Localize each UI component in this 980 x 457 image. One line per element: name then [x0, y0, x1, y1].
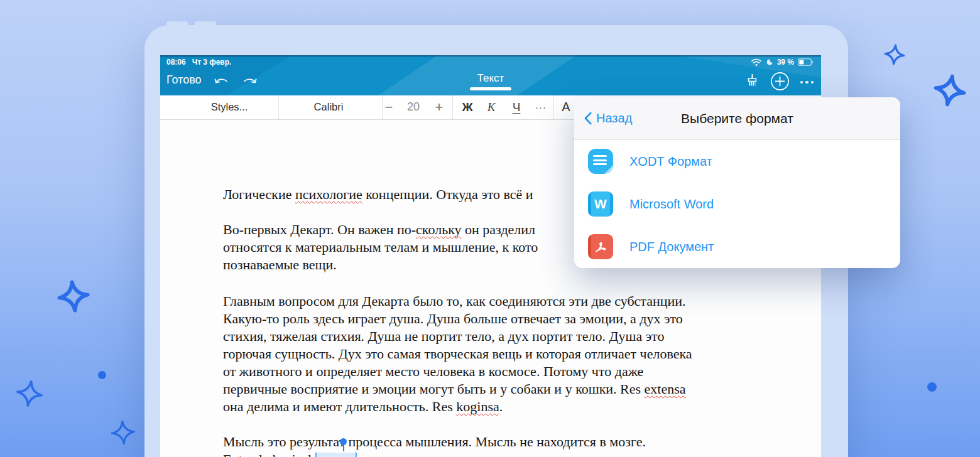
document-line[interactable]: Логические психологие концепции. Откуда … — [223, 186, 533, 203]
dot-decoration — [927, 382, 937, 392]
document-line[interactable]: Мысль это результат процесса мышления. М… — [223, 433, 646, 451]
divider — [553, 95, 554, 119]
document-line[interactable]: от животного и определяет место человека… — [223, 363, 692, 380]
dot-decoration — [98, 371, 106, 379]
more-formats-button[interactable]: ··· — [535, 95, 547, 119]
text-run: Логические — [223, 186, 295, 202]
text-run: он разделил — [462, 222, 536, 237]
volume-button — [195, 21, 216, 25]
text-run: горючая сущность. Дух это самая творческ… — [223, 346, 692, 362]
font-name-button[interactable]: Calibri — [314, 95, 344, 119]
divider — [452, 95, 453, 119]
pdf-icon — [588, 234, 613, 259]
format-option-label: PDF Документ — [629, 240, 714, 254]
text-run: от животного и определяет место человека… — [223, 363, 643, 379]
moon-icon — [765, 58, 773, 67]
sparkle-icon — [110, 419, 137, 446]
popup-header: Назад Выберите формат — [574, 97, 900, 140]
document-line[interactable]: Во-первых Декарт. Он важен по-скольку он… — [223, 221, 538, 239]
document-line[interactable]: познаваемые вещи. — [223, 256, 538, 274]
document-line[interactable]: первичные восприятие и эмоции могут быть… — [223, 380, 692, 398]
volume-button — [166, 21, 188, 25]
wifi-icon — [751, 58, 761, 66]
tab-text-label: Текст — [470, 72, 511, 85]
text-run: Extend physical — [223, 451, 315, 457]
document-paragraph[interactable]: Логические психологие концепции. Откуда … — [223, 186, 533, 203]
text-run: Во-первых Декарт. Он важен по- — [223, 222, 416, 237]
document-line[interactable]: относятся к материальным телам и мышлени… — [223, 239, 538, 256]
text-run: Мысль это результат процесса мышления. М… — [223, 434, 646, 449]
bold-button[interactable]: Ж — [462, 95, 472, 119]
format-option-label: Microsoft Word — [629, 197, 714, 212]
add-icon[interactable] — [770, 72, 790, 94]
battery-percent: 39 % — [777, 58, 794, 67]
status-time: 08:06 — [166, 58, 186, 67]
underline-button[interactable]: Ч — [513, 95, 521, 119]
back-button[interactable]: Назад — [584, 111, 632, 126]
sparkle-icon — [14, 378, 45, 409]
font-color-button[interactable]: A — [562, 95, 570, 119]
misspelled-word: психологие — [295, 186, 362, 202]
status-date: Чт 3 февр. — [192, 58, 232, 67]
battery-icon — [798, 58, 814, 66]
undo-icon[interactable] — [213, 76, 231, 90]
font-size-decrease-button[interactable]: − — [385, 95, 393, 119]
font-size-value: 20 — [407, 95, 420, 119]
document-line[interactable]: Главным вопросом для Декарта было то, ка… — [223, 293, 692, 310]
document-line[interactable]: она делима и имеют длительность. Res kog… — [223, 398, 692, 416]
xodt-format-icon — [588, 149, 613, 174]
text-run: Какую-то роль здесь играет душа. Душа бо… — [223, 311, 683, 326]
divider — [382, 95, 383, 119]
misspelled-word: скольку — [416, 222, 461, 237]
document-line[interactable]: Какую-то роль здесь играет душа. Душа бо… — [223, 310, 692, 328]
text-run: относятся к материальным телам и мышлени… — [223, 239, 538, 255]
misspelled-word: koginsa — [456, 399, 499, 414]
document-paragraph[interactable]: Во-первых Декарт. Он важен по-скольку он… — [223, 221, 538, 274]
format-brush-icon[interactable] — [745, 73, 760, 91]
text-cursor-handle[interactable] — [340, 438, 347, 445]
tab-active-underline — [470, 87, 511, 90]
text-run: стихия, тяжелая стихия. Душа не портит т… — [223, 328, 664, 344]
divider — [278, 95, 279, 119]
done-button[interactable]: Готово — [166, 73, 202, 87]
status-bar: 08:06 Чт 3 февр. 39 % — [160, 55, 821, 69]
text-run: концепции. Откуда это всё и — [362, 186, 533, 202]
document-line[interactable]: горючая сущность. Дух это самая творческ… — [223, 345, 692, 363]
document-paragraph[interactable]: Мысль это результат процесса мышления. М… — [223, 433, 646, 457]
editor-nav-bar: Готово Текст — [160, 69, 821, 95]
redo-icon[interactable] — [241, 76, 258, 90]
tab-text[interactable]: Текст — [470, 72, 511, 90]
document-line[interactable]: стихия, тяжелая стихия. Душа не портит т… — [223, 328, 692, 345]
text-run: Главным вопросом для Декарта было то, ка… — [223, 293, 686, 309]
chevron-left-icon — [584, 112, 592, 125]
text-run: она делима и имеют длительность. Res — [223, 399, 456, 414]
text-run: . — [499, 399, 503, 414]
back-button-label: Назад — [596, 111, 632, 126]
document-line[interactable]: Extend physical — [223, 451, 646, 457]
text-run: первичные восприятие и эмоции могут быть… — [223, 381, 645, 397]
app-top-bar: 08:06 Чт 3 февр. 39 % Готово — [160, 55, 821, 95]
choose-format-popup: Назад Выберите формат XODT Формат W Micr… — [574, 97, 900, 268]
font-size-increase-button[interactable]: + — [435, 95, 444, 119]
sparkle-icon — [883, 43, 906, 66]
format-option-pdf[interactable]: PDF Документ — [574, 225, 900, 268]
italic-button[interactable]: K — [487, 95, 496, 119]
text-selection-box[interactable] — [315, 453, 357, 457]
word-icon: W — [588, 191, 613, 217]
page-background: Логические психологие концепции. Откуда … — [0, 0, 980, 457]
format-option-label: XODT Формат — [629, 154, 712, 169]
misspelled-word: extensa — [645, 381, 686, 397]
format-option-word[interactable]: W Microsoft Word — [574, 183, 900, 225]
sparkle-icon — [931, 72, 969, 109]
text-run: познаваемые вещи. — [223, 257, 337, 272]
document-paragraph[interactable]: Главным вопросом для Декарта было то, ка… — [223, 293, 692, 416]
format-option-xodt[interactable]: XODT Формат — [574, 140, 900, 183]
styles-button[interactable]: Styles... — [211, 95, 248, 119]
more-options-icon[interactable] — [800, 81, 814, 84]
sparkle-icon — [55, 278, 91, 314]
screen-edge — [160, 55, 821, 56]
